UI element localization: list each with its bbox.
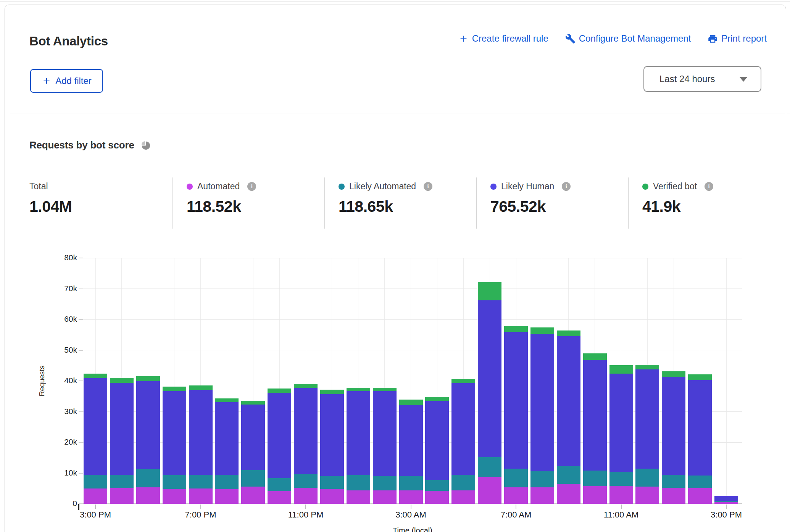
bar-segment-verified-bot[interactable] bbox=[241, 401, 265, 405]
add-filter-button[interactable]: Add filter bbox=[30, 69, 103, 93]
bar-segment-verified-bot[interactable] bbox=[662, 371, 685, 377]
bar-segment-verified-bot[interactable] bbox=[136, 376, 160, 381]
bar-segment-verified-bot[interactable] bbox=[425, 397, 449, 401]
bar-segment-automated[interactable] bbox=[399, 490, 423, 504]
bar-segment-likely-human[interactable] bbox=[84, 378, 107, 475]
bar-segment-automated[interactable] bbox=[163, 489, 186, 504]
bar-segment-likely-automated[interactable] bbox=[688, 476, 712, 488]
bar-segment-likely-human[interactable] bbox=[189, 390, 213, 475]
bar-segment-likely-automated[interactable] bbox=[609, 472, 633, 486]
create-firewall-rule-link[interactable]: Create firewall rule bbox=[458, 33, 548, 44]
bar-segment-likely-automated[interactable] bbox=[662, 475, 685, 488]
bar-segment-likely-automated[interactable] bbox=[425, 480, 449, 491]
bar-segment-likely-human[interactable] bbox=[557, 336, 580, 466]
bar-segment-automated[interactable] bbox=[530, 487, 554, 504]
bar-segment-likely-automated[interactable] bbox=[530, 471, 554, 487]
bar-segment-verified-bot[interactable] bbox=[399, 400, 423, 405]
bar-segment-likely-human[interactable] bbox=[110, 383, 134, 475]
info-icon[interactable]: i bbox=[705, 182, 713, 191]
bar-segment-likely-human[interactable] bbox=[451, 383, 475, 475]
bar-segment-likely-automated[interactable] bbox=[84, 475, 107, 488]
info-icon[interactable]: i bbox=[424, 182, 432, 191]
bar-segment-automated[interactable] bbox=[425, 491, 449, 504]
bar-segment-automated[interactable] bbox=[136, 487, 160, 504]
bar-segment-automated[interactable] bbox=[688, 488, 712, 504]
bar-segment-likely-automated[interactable] bbox=[399, 476, 423, 491]
bar-segment-likely-human[interactable] bbox=[241, 405, 265, 470]
bar-segment-automated[interactable] bbox=[241, 487, 265, 504]
bar-segment-verified-bot[interactable] bbox=[163, 387, 186, 391]
bar-segment-automated[interactable] bbox=[320, 489, 344, 504]
bar-segment-verified-bot[interactable] bbox=[189, 385, 213, 390]
bar-segment-verified-bot[interactable] bbox=[373, 388, 397, 392]
bar-segment-likely-automated[interactable] bbox=[110, 475, 134, 488]
bar-segment-verified-bot[interactable] bbox=[504, 326, 528, 332]
bar-segment-verified-bot[interactable] bbox=[347, 388, 370, 391]
bar-segment-verified-bot[interactable] bbox=[215, 398, 239, 402]
bar-segment-automated[interactable] bbox=[662, 488, 685, 504]
bar-segment-likely-human[interactable] bbox=[583, 360, 607, 471]
bar-segment-likely-automated[interactable] bbox=[504, 469, 528, 487]
bar-segment-automated[interactable] bbox=[714, 502, 738, 504]
bar-segment-verified-bot[interactable] bbox=[268, 389, 291, 392]
bar-segment-verified-bot[interactable] bbox=[583, 353, 607, 360]
bar-segment-likely-automated[interactable] bbox=[714, 501, 738, 502]
bar-segment-likely-human[interactable] bbox=[478, 300, 501, 457]
bar-segment-likely-automated[interactable] bbox=[347, 475, 370, 490]
bar-segment-verified-bot[interactable] bbox=[110, 378, 134, 383]
bar-segment-likely-automated[interactable] bbox=[557, 466, 580, 484]
bar-segment-likely-automated[interactable] bbox=[478, 457, 501, 477]
bar-segment-likely-human[interactable] bbox=[504, 332, 528, 469]
bar-segment-likely-automated[interactable] bbox=[320, 476, 344, 489]
bar-segment-likely-human[interactable] bbox=[399, 405, 423, 476]
bar-segment-automated[interactable] bbox=[451, 490, 475, 504]
bar-segment-verified-bot[interactable] bbox=[557, 330, 580, 336]
bar-segment-likely-human[interactable] bbox=[320, 394, 344, 476]
bar-segment-likely-automated[interactable] bbox=[583, 471, 607, 486]
bar-segment-likely-human[interactable] bbox=[347, 391, 370, 476]
bar-segment-verified-bot[interactable] bbox=[84, 374, 107, 378]
bar-segment-automated[interactable] bbox=[110, 488, 134, 504]
bar-segment-likely-automated[interactable] bbox=[189, 475, 213, 488]
bar-segment-verified-bot[interactable] bbox=[478, 282, 501, 300]
bar-segment-automated[interactable] bbox=[373, 490, 397, 504]
bar-segment-automated[interactable] bbox=[189, 488, 213, 504]
bar-segment-likely-human[interactable] bbox=[662, 377, 685, 475]
bar-segment-automated[interactable] bbox=[84, 488, 107, 504]
bar-segment-verified-bot[interactable] bbox=[451, 379, 475, 383]
bar-segment-likely-automated[interactable] bbox=[294, 474, 318, 488]
bar-segment-automated[interactable] bbox=[557, 484, 580, 504]
bar-segment-likely-human[interactable] bbox=[294, 388, 318, 474]
print-report-link[interactable]: Print report bbox=[708, 33, 767, 44]
bar-segment-verified-bot[interactable] bbox=[635, 365, 659, 369]
bar-segment-likely-human[interactable] bbox=[268, 393, 291, 479]
bar-segment-likely-human[interactable] bbox=[688, 380, 712, 476]
bar-segment-likely-human[interactable] bbox=[530, 334, 554, 472]
bar-segment-likely-automated[interactable] bbox=[268, 478, 291, 491]
bar-segment-automated[interactable] bbox=[215, 489, 239, 504]
bar-segment-verified-bot[interactable] bbox=[714, 496, 738, 496]
bar-segment-likely-human[interactable] bbox=[425, 401, 449, 480]
bar-segment-verified-bot[interactable] bbox=[320, 390, 344, 394]
info-icon[interactable]: i bbox=[562, 182, 571, 191]
bar-segment-likely-human[interactable] bbox=[136, 381, 160, 469]
bar-segment-likely-automated[interactable] bbox=[215, 475, 239, 489]
bar-segment-likely-automated[interactable] bbox=[373, 476, 397, 490]
bar-segment-likely-human[interactable] bbox=[215, 402, 239, 475]
bar-segment-likely-human[interactable] bbox=[635, 369, 659, 469]
bar-segment-automated[interactable] bbox=[635, 487, 659, 504]
bar-segment-likely-human[interactable] bbox=[163, 391, 186, 476]
bar-segment-likely-human[interactable] bbox=[714, 496, 738, 501]
bar-segment-automated[interactable] bbox=[504, 487, 528, 504]
bar-segment-automated[interactable] bbox=[583, 486, 607, 504]
configure-bot-management-link[interactable]: Configure Bot Management bbox=[565, 33, 691, 44]
bar-segment-verified-bot[interactable] bbox=[688, 374, 712, 380]
bar-segment-automated[interactable] bbox=[268, 491, 291, 504]
bar-segment-automated[interactable] bbox=[609, 486, 633, 504]
bar-segment-automated[interactable] bbox=[294, 488, 318, 504]
bar-segment-verified-bot[interactable] bbox=[609, 365, 633, 374]
bar-segment-automated[interactable] bbox=[478, 477, 501, 504]
bar-segment-likely-automated[interactable] bbox=[136, 469, 160, 487]
bar-segment-likely-automated[interactable] bbox=[635, 469, 659, 487]
bar-segment-verified-bot[interactable] bbox=[294, 384, 318, 388]
